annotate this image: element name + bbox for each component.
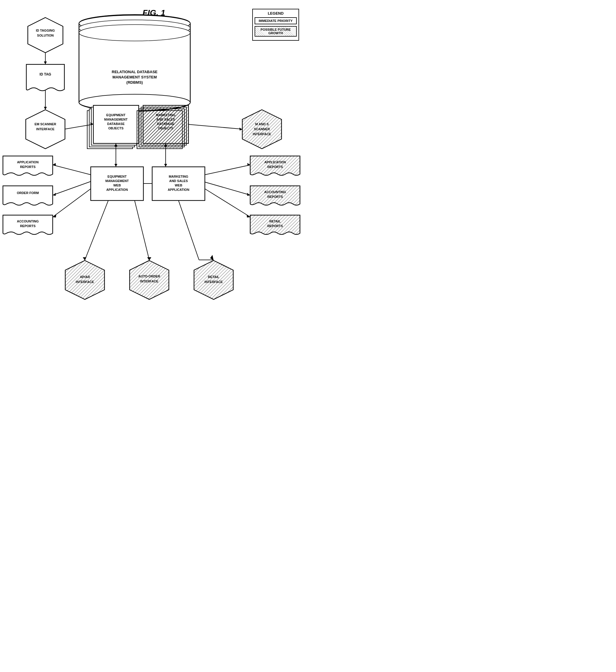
svg-text:REPORTS: REPORTS xyxy=(20,224,35,228)
svg-text:M AND S: M AND S xyxy=(255,122,269,126)
diagram-svg: RELATIONAL DATABASE MANAGEMENT SYSTEM (R… xyxy=(0,0,308,336)
svg-marker-83 xyxy=(114,164,117,167)
svg-text:INTERFACE: INTERFACE xyxy=(76,280,94,284)
svg-marker-86 xyxy=(164,164,167,167)
svg-text:MARKETING: MARKETING xyxy=(156,113,176,117)
svg-marker-105 xyxy=(147,257,151,260)
svg-marker-101 xyxy=(247,215,250,217)
svg-text:ID TAGGING: ID TAGGING xyxy=(36,29,55,32)
svg-marker-103 xyxy=(83,257,86,260)
svg-text:OBJECTS: OBJECTS xyxy=(158,126,173,130)
svg-text:REPORTS: REPORTS xyxy=(267,165,283,169)
svg-text:INTERFACE: INTERFACE xyxy=(140,280,158,283)
svg-text:MANAGEMENT: MANAGEMENT xyxy=(104,118,128,121)
svg-line-102 xyxy=(85,200,108,260)
svg-text:EQUIPMENT: EQUIPMENT xyxy=(107,175,127,178)
svg-text:REPORTS: REPORTS xyxy=(20,165,35,169)
svg-text:MARKETING: MARKETING xyxy=(169,175,188,178)
svg-text:MANAGEMENT SYSTEM: MANAGEMENT SYSTEM xyxy=(112,75,157,79)
svg-text:APPLICATION: APPLICATION xyxy=(17,160,39,164)
svg-text:EM SCANNER: EM SCANNER xyxy=(35,122,56,126)
svg-text:RELATIONAL DATABASE: RELATIONAL DATABASE xyxy=(112,70,158,74)
svg-text:ID TAG: ID TAG xyxy=(40,72,51,76)
diagram-container: FIG. 1 LEGEND IMMEDIATE PRIORITY POSSIBL… xyxy=(0,0,308,336)
svg-text:APPLICATION: APPLICATION xyxy=(264,160,286,164)
svg-text:RETAIL: RETAIL xyxy=(270,220,281,223)
svg-marker-77 xyxy=(44,61,47,64)
svg-text:REPORTS: REPORTS xyxy=(267,195,283,198)
svg-text:APPLICATION: APPLICATION xyxy=(106,188,128,191)
svg-text:DATABASE: DATABASE xyxy=(107,122,124,126)
svg-text:INTERFACE: INTERFACE xyxy=(205,280,223,284)
svg-text:WEB: WEB xyxy=(175,184,182,187)
svg-text:AUTO-ORDER: AUTO-ORDER xyxy=(138,275,160,278)
svg-marker-95 xyxy=(53,215,56,217)
svg-text:OBJECTS: OBJECTS xyxy=(108,126,123,130)
svg-point-11 xyxy=(79,25,190,41)
svg-text:SOLUTION: SOLUTION xyxy=(37,34,54,37)
svg-text:DATABASE: DATABASE xyxy=(157,122,174,126)
svg-text:EQUIPMENT: EQUIPMENT xyxy=(106,113,126,117)
svg-line-88 xyxy=(188,124,242,129)
svg-marker-79 xyxy=(44,107,47,110)
svg-text:REPORTS: REPORTS xyxy=(267,224,283,228)
svg-text:AP/AR: AP/AR xyxy=(80,275,90,279)
svg-text:AND SALES: AND SALES xyxy=(169,179,188,183)
svg-marker-99 xyxy=(247,193,250,196)
svg-text:INTERFACE: INTERFACE xyxy=(36,127,54,131)
svg-text:ACCOUNTING: ACCOUNTING xyxy=(264,190,286,194)
svg-text:SCANNER: SCANNER xyxy=(254,127,270,131)
svg-marker-89 xyxy=(239,128,242,131)
svg-text:APPLICATION: APPLICATION xyxy=(168,188,189,191)
svg-text:INTERFACE: INTERFACE xyxy=(253,132,271,136)
svg-line-106 xyxy=(179,200,199,260)
svg-text:AND SALES: AND SALES xyxy=(156,118,175,121)
svg-text:RETAIL: RETAIL xyxy=(208,275,219,279)
svg-line-104 xyxy=(135,200,149,260)
svg-text:(RDBMS): (RDBMS) xyxy=(126,80,143,85)
svg-line-90 xyxy=(53,165,91,175)
svg-text:ORDER FORM: ORDER FORM xyxy=(17,191,39,195)
svg-text:ACCOUNTING: ACCOUNTING xyxy=(17,220,39,223)
svg-line-96 xyxy=(205,165,250,175)
svg-text:MANAGEMENT: MANAGEMENT xyxy=(105,179,129,183)
svg-marker-93 xyxy=(53,193,56,196)
svg-text:WEB: WEB xyxy=(113,184,121,187)
